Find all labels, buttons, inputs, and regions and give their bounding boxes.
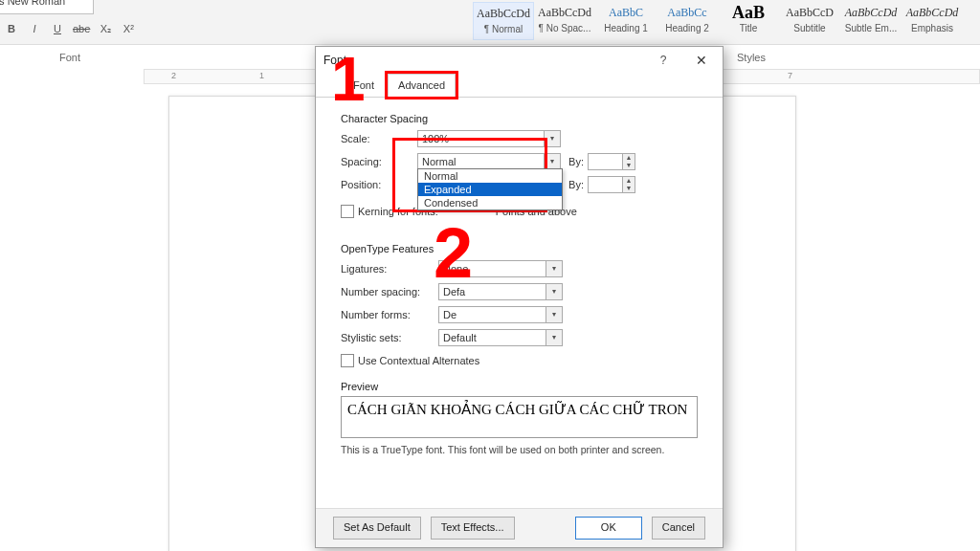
bold-button[interactable]: B	[4, 23, 19, 35]
style-gallery[interactable]: AaBbCcDd¶ Normal AaBbCcDd¶ No Spac... Aa…	[473, 2, 963, 40]
subscript-button[interactable]: X₂	[98, 23, 113, 35]
position-by-spinner[interactable]: ▲▼	[588, 176, 635, 193]
font-name-combo[interactable]: es New Roman	[0, 0, 94, 14]
position-by-label: By:	[561, 179, 588, 190]
superscript-button[interactable]: X²	[121, 23, 136, 35]
spacing-by-spinner[interactable]: ▲▼	[588, 153, 635, 170]
text-effects-button[interactable]: Text Effects...	[431, 517, 515, 540]
dialog-button-bar: Set As Default Text Effects... OK Cancel	[316, 508, 723, 547]
dialog-close-button[interactable]: ✕	[686, 47, 717, 74]
spacing-option-expanded[interactable]: Expanded	[418, 183, 562, 196]
cancel-button[interactable]: Cancel	[652, 517, 705, 540]
font-dialog: Font ? ✕ Font Advanced Character Spacing…	[315, 46, 724, 548]
stylistic-sets-combo[interactable]: Default▾	[438, 329, 563, 346]
opentype-label: OpenType Features	[341, 243, 698, 254]
style-heading2[interactable]: AaBbCcHeading 2	[657, 2, 718, 40]
dialog-help-button[interactable]: ?	[650, 47, 677, 74]
number-forms-combo[interactable]: De▾	[438, 306, 563, 323]
strike-button[interactable]: abe	[73, 23, 90, 35]
preview-label: Preview	[341, 381, 698, 392]
chevron-down-icon[interactable]: ▾	[544, 154, 560, 169]
preview-hint: This is a TrueType font. This font will …	[341, 444, 698, 455]
dialog-titlebar[interactable]: Font ? ✕	[316, 47, 723, 74]
tab-advanced[interactable]: Advanced	[388, 74, 456, 97]
contextual-alternates-label: Use Contextual Alternates	[358, 355, 479, 366]
chevron-down-icon[interactable]: ▾	[546, 307, 562, 322]
ribbon: es New Roman B I U abe X₂ X² AaBbCcDd¶ N…	[0, 0, 980, 45]
spacing-label: Spacing:	[341, 156, 417, 167]
chevron-down-icon[interactable]: ▾	[546, 261, 562, 276]
font-format-icons: B I U abe X₂ X²	[4, 23, 136, 35]
underline-button[interactable]: U	[50, 23, 65, 35]
ligatures-label: Ligatures:	[341, 263, 438, 275]
tab-font[interactable]: Font	[343, 74, 385, 97]
set-as-default-button[interactable]: Set As Default	[333, 517, 421, 540]
ribbon-group-styles-label: Styles	[737, 52, 766, 63]
style-subtitle[interactable]: AaBbCcDSubtitle	[779, 2, 840, 40]
position-label: Position:	[341, 179, 417, 190]
style-subtle-em[interactable]: AaBbCcDdSubtle Em...	[840, 2, 902, 40]
style-emphasis[interactable]: AaBbCcDdEmphasis	[902, 2, 963, 40]
chevron-down-icon[interactable]: ▾	[546, 284, 562, 299]
dialog-tabs: Font Advanced	[316, 74, 723, 98]
spacing-by-label: By:	[561, 156, 588, 167]
scale-label: Scale:	[341, 133, 417, 144]
ok-button[interactable]: OK	[575, 517, 642, 540]
ribbon-group-font-label: Font	[59, 52, 80, 63]
style-title[interactable]: AaBTitle	[718, 2, 779, 40]
style-normal[interactable]: AaBbCcDd¶ Normal	[473, 2, 534, 40]
spacing-option-normal[interactable]: Normal	[418, 169, 562, 183]
italic-button[interactable]: I	[27, 23, 42, 35]
style-heading1[interactable]: AaBbCHeading 1	[595, 2, 657, 40]
contextual-alternates-checkbox[interactable]: Use Contextual Alternates	[341, 354, 479, 367]
scale-combo[interactable]: 100%▾	[417, 130, 561, 147]
preview-box: CÁCH GIÃN KHOẢNG CÁCH GIỮA CÁC CHỮ TRON	[341, 396, 698, 438]
number-forms-label: Number forms:	[341, 309, 438, 320]
character-spacing-label: Character Spacing	[341, 113, 698, 124]
style-nospacing[interactable]: AaBbCcDd¶ No Spac...	[534, 2, 595, 40]
dialog-title-text: Font	[323, 54, 346, 67]
stylistic-sets-label: Stylistic sets:	[341, 332, 438, 343]
spacing-dropdown[interactable]: Normal Expanded Condensed	[417, 168, 563, 210]
spacing-option-condensed[interactable]: Condensed	[418, 196, 562, 209]
ligatures-combo[interactable]: None▾	[438, 260, 563, 277]
chevron-down-icon[interactable]: ▾	[546, 330, 562, 345]
number-spacing-label: Number spacing:	[341, 286, 438, 298]
chevron-down-icon[interactable]: ▾	[544, 131, 560, 146]
number-spacing-combo[interactable]: Defa▾	[438, 283, 563, 300]
